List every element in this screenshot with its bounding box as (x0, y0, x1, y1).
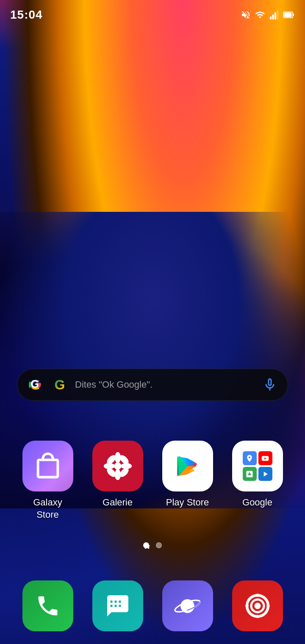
svg-point-26 (256, 615, 259, 618)
battery-icon (283, 10, 295, 20)
galerie-label: Galerie (103, 497, 133, 509)
svg-rect-6 (284, 13, 292, 17)
google-g-logo: G (51, 376, 68, 393)
dock-phone[interactable] (22, 580, 73, 631)
page-indicators (0, 542, 305, 548)
svg-point-24 (254, 603, 261, 609)
phone-icon (22, 580, 73, 631)
svg-point-27 (245, 604, 249, 608)
dock-browser[interactable] (162, 580, 213, 631)
messages-icon (92, 580, 143, 631)
mute-icon (241, 10, 251, 20)
dock-camera[interactable] (232, 580, 283, 631)
app-grid: GalaxyStore Galerie (0, 441, 305, 521)
dock (0, 580, 305, 631)
svg-rect-2 (274, 12, 276, 19)
play-store-icon (162, 441, 213, 491)
galaxy-store-icon (22, 441, 73, 491)
status-time: 15:04 (10, 8, 43, 22)
dock-messages[interactable] (92, 580, 143, 631)
app-play-store[interactable]: Play Store (158, 441, 217, 521)
search-placeholder: Dites "Ok Google". (75, 379, 255, 390)
galaxy-store-label: GalaxyStore (33, 497, 62, 521)
google-label: Google (242, 497, 272, 509)
app-google[interactable]: Google (228, 441, 287, 521)
status-icons (241, 10, 295, 20)
svg-point-9 (114, 462, 121, 469)
svg-rect-0 (270, 17, 272, 19)
search-bar[interactable]: G G Dites "Ok Google". (17, 369, 288, 401)
browser-icon (162, 580, 213, 631)
signal-icon (269, 10, 280, 20)
svg-text:G: G (30, 378, 39, 390)
camera-icon (232, 580, 283, 631)
svg-point-28 (266, 604, 270, 608)
status-bar: 15:04 (0, 0, 305, 25)
google-logo: G (28, 376, 44, 393)
svg-rect-1 (272, 14, 274, 19)
galerie-icon (92, 441, 143, 491)
page-dot-home[interactable] (143, 542, 149, 548)
page-dot-2[interactable] (156, 542, 162, 548)
svg-rect-5 (293, 14, 294, 16)
wifi-icon (254, 10, 266, 20)
svg-rect-3 (277, 10, 279, 19)
google-folder-icon (232, 441, 283, 491)
microphone-icon[interactable] (262, 377, 277, 392)
svg-point-25 (256, 594, 259, 597)
play-store-label: Play Store (166, 497, 209, 509)
app-galerie[interactable]: Galerie (88, 441, 147, 521)
app-galaxy-store[interactable]: GalaxyStore (18, 441, 78, 521)
